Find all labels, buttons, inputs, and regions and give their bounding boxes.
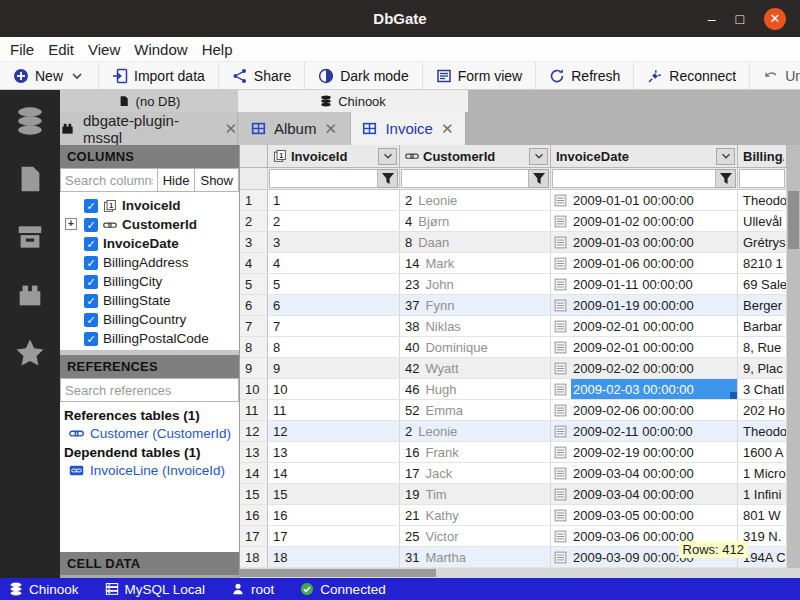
cell-invoiceid[interactable]: 1 [268,190,400,210]
show-button[interactable]: Show [195,168,239,192]
cell-customerid[interactable]: 23John [400,274,551,294]
sidebar-item-plugins[interactable] [15,280,45,310]
row-number[interactable]: 5 [240,274,268,294]
row-number[interactable]: 10 [240,379,268,399]
filter-input-customerid[interactable] [401,169,529,188]
cell-invoiceid[interactable]: 5 [268,274,400,294]
import-data-button[interactable]: Import data [99,62,219,89]
search-references-input[interactable] [60,378,239,402]
close-icon[interactable]: ✕ [224,120,237,138]
dark-mode-button[interactable]: Dark mode [305,62,422,89]
cell-customerid[interactable]: 42Wyatt [400,358,551,378]
column-checkbox[interactable]: ✓ [84,313,98,327]
cell-customerid[interactable]: 52Emma [400,400,551,420]
cell-invoicedate[interactable]: 2009-03-04 00:00:00 [551,484,738,504]
column-checkbox[interactable]: ✓ [84,237,98,251]
cell-billingaddress[interactable]: 801 W [738,505,787,525]
cell-invoicedate[interactable]: 2009-02-19 00:00:00 [551,442,738,462]
row-number[interactable]: 2 [240,211,268,231]
column-checkbox[interactable]: ✓ [84,275,98,289]
row-number[interactable]: 12 [240,421,268,441]
cell-billingaddress[interactable]: Ullevål [738,211,787,231]
tab-album[interactable]: Album ✕ [238,112,351,145]
cell-billingaddress[interactable]: Barbar [738,316,787,336]
fill-handle[interactable] [730,392,737,399]
sidebar-item-archive[interactable] [15,222,45,252]
menu-window[interactable]: Window [134,41,187,58]
horizontal-scrollbar[interactable] [240,568,800,578]
cell-billingaddress[interactable]: 8, Rue [738,337,787,357]
cell-billingaddress[interactable]: 3 Chatl [738,379,787,399]
cell-customerid[interactable]: 17Jack [400,463,551,483]
cell-invoicedate[interactable]: 2009-02-06 00:00:00 [551,400,738,420]
cell-billingaddress[interactable]: Berger [738,295,787,315]
statusbar-user[interactable]: root [231,582,274,597]
row-number[interactable]: 16 [240,505,268,525]
cell-billingaddress[interactable]: 1600 A [738,442,787,462]
cell-customerid[interactable]: 46Hugh [400,379,551,399]
cell-invoicedate[interactable]: 2009-01-11 00:00:00 [551,274,738,294]
cell-customerid[interactable]: 19Tim [400,484,551,504]
column-checkbox[interactable]: ✓ [84,218,98,232]
refresh-button[interactable]: Refresh [536,62,634,89]
cell-billingaddress[interactable]: 8210 1 [738,253,787,273]
filter-input-invoicedate[interactable] [552,169,716,188]
column-checkbox[interactable]: ✓ [84,256,98,270]
cell-invoiceid[interactable]: 18 [268,547,400,567]
undo-button[interactable]: Undo [750,62,800,89]
cell-invoiceid[interactable]: 12 [268,421,400,441]
cell-billingaddress[interactable]: 69 Sale [738,274,787,294]
filter-input-invoiceid[interactable] [269,169,378,188]
cell-customerid[interactable]: 2Leonie [400,190,551,210]
vertical-scrollbar[interactable] [787,145,800,568]
cell-customerid[interactable]: 21Kathy [400,505,551,525]
menu-file[interactable]: File [10,41,34,58]
close-button[interactable]: ✕ [764,8,786,30]
cell-customerid[interactable]: 14Mark [400,253,551,273]
close-icon[interactable]: ✕ [441,120,454,138]
cell-invoiceid[interactable]: 9 [268,358,400,378]
column-menu-button[interactable] [529,148,548,165]
cell-invoicedate[interactable]: 2009-03-04 00:00:00 [551,463,738,483]
reconnect-button[interactable]: Reconnect [634,62,750,89]
sidebar-item-favorites[interactable] [15,338,45,368]
cell-invoiceid[interactable]: 6 [268,295,400,315]
row-number[interactable]: 1 [240,190,268,210]
cell-invoiceid[interactable]: 13 [268,442,400,462]
close-icon[interactable]: ✕ [324,120,337,138]
filter-button[interactable] [716,169,736,188]
cell-customerid[interactable]: 31Martha [400,547,551,567]
menu-edit[interactable]: Edit [48,41,74,58]
cell-invoiceid[interactable]: 7 [268,316,400,336]
cell-customerid[interactable]: 8Daan [400,232,551,252]
cell-customerid[interactable]: 38Niklas [400,316,551,336]
cell-invoiceid[interactable]: 11 [268,400,400,420]
row-number[interactable]: 14 [240,463,268,483]
cell-customerid[interactable]: 37Fynn [400,295,551,315]
vertical-scrollbar-thumb[interactable] [788,191,799,249]
tab-dbgate-plugin-mssql[interactable]: dbgate-plugin-mssql ✕ [60,112,238,145]
cell-invoiceid[interactable]: 14 [268,463,400,483]
row-number[interactable]: 18 [240,547,268,567]
reference-link-invoiceline[interactable]: InvoiceLine (InvoiceId) [60,461,239,480]
row-number[interactable]: 17 [240,526,268,546]
statusbar-connection[interactable]: MySQL Local [105,582,206,597]
menu-view[interactable]: View [88,41,120,58]
cell-invoicedate[interactable]: 2009-01-02 00:00:00 [551,211,738,231]
hide-button[interactable]: Hide [158,168,196,192]
cell-invoicedate[interactable]: 2009-01-03 00:00:00 [551,232,738,252]
new-button[interactable]: New [0,62,99,89]
cell-invoiceid[interactable]: 8 [268,337,400,357]
minimize-button[interactable]: – [708,12,716,26]
cell-invoicedate[interactable]: 2009-01-19 00:00:00 [551,295,738,315]
cell-billingaddress[interactable]: 1 Micro [738,463,787,483]
row-number[interactable]: 4 [240,253,268,273]
menu-help[interactable]: Help [202,41,233,58]
cell-invoicedate[interactable]: 2009-02-02 00:00:00 [551,358,738,378]
search-columns-input[interactable] [60,168,158,192]
cell-invoiceid[interactable]: 4 [268,253,400,273]
cell-billingaddress[interactable]: 1 Infini [738,484,787,504]
cell-customerid[interactable]: 40Dominique [400,337,551,357]
cell-invoicedate[interactable]: 2009-02-01 00:00:00 [551,316,738,336]
cell-invoicedate[interactable]: 2009-01-01 00:00:00 [551,190,738,210]
